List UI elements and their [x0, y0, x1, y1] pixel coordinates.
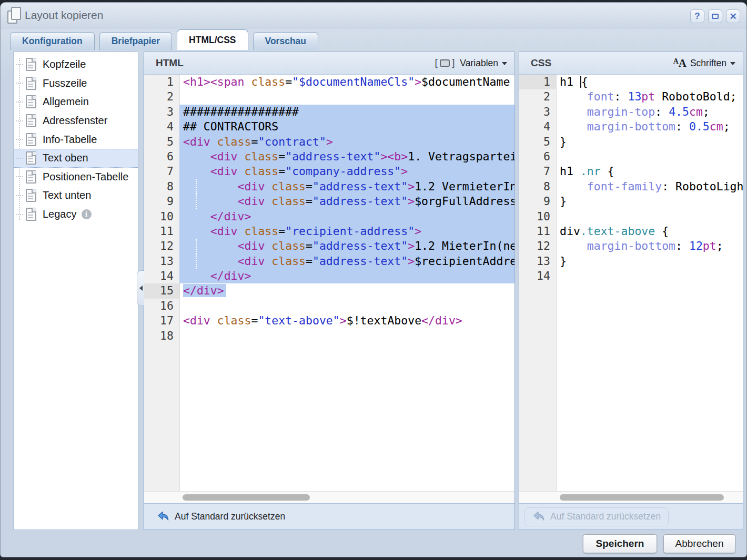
html-code-line-18[interactable]: 18	[144, 329, 514, 343]
html-code-editor[interactable]: 1<h1><span class="$documentNameCls">$doc…	[144, 75, 514, 491]
html-code-line-10[interactable]: 10 </div>	[144, 209, 514, 224]
html-code-line-9[interactable]: 9 <div class="address-text">$orgFullAddr…	[144, 194, 514, 209]
help-icon: ?	[694, 11, 700, 22]
sidebar-item-legacy[interactable]: Legacyi	[14, 205, 138, 224]
maximize-button[interactable]	[708, 9, 722, 23]
help-button[interactable]: ?	[690, 9, 704, 23]
html-panel-header: HTML [] Variablen	[144, 52, 514, 75]
code-text: <div class="address-text">1.2 VermieterI…	[179, 179, 514, 194]
html-reset-to-default-button[interactable]: Auf Standard zurücksetzen	[149, 508, 292, 526]
line-number: 7	[144, 164, 179, 179]
line-number: 8	[144, 179, 179, 194]
html-code-line-5[interactable]: 5<div class="contract">	[144, 135, 514, 149]
css-code-line-10[interactable]: 10	[519, 209, 743, 224]
line-number: 10	[144, 209, 179, 224]
css-code-line-3[interactable]: 3 margin-top: 4.5cm;	[519, 105, 743, 119]
sidebar-item-label: Kopfzeile	[43, 58, 86, 70]
html-horizontal-scrollbar[interactable]	[144, 491, 514, 503]
css-horizontal-scrollbar[interactable]	[519, 491, 743, 503]
maximize-icon	[712, 14, 719, 19]
tree-connector	[16, 158, 23, 159]
sidebar-item-fusszeile[interactable]: Fusszeile	[14, 74, 138, 93]
html-code-line-13[interactable]: 13 <div class="address-text">$recipientA…	[144, 254, 514, 269]
tab-vorschau[interactable]: Vorschau	[253, 32, 318, 50]
sidebar-item-label: Info-Tabelle	[43, 134, 97, 146]
code-text: </div>	[179, 209, 514, 224]
sidebar-item-adressfenster[interactable]: Adressfenster	[14, 111, 138, 130]
line-number: 14	[144, 269, 179, 283]
css-code-line-12[interactable]: 12 margin-bottom: 12pt;	[519, 239, 743, 253]
line-number: 4	[519, 119, 556, 134]
fonts-dropdown[interactable]: AA Schriften	[673, 58, 735, 69]
layout-kopieren-dialog: Layout kopieren ? ✕ KonfigurationBriefpa…	[0, 2, 747, 557]
line-number: 15	[144, 283, 179, 298]
tree-connector	[16, 83, 23, 84]
undo-arrow-icon	[532, 511, 546, 523]
css-code-line-9[interactable]: 9}	[519, 194, 743, 209]
html-scrollbar-thumb[interactable]	[183, 494, 310, 501]
line-number: 3	[144, 105, 179, 119]
css-scrollbar-thumb[interactable]	[560, 494, 724, 501]
css-code-line-6[interactable]: 6	[519, 149, 743, 164]
html-panel-title: HTML	[156, 57, 184, 69]
css-code-editor[interactable]: 1h1 {2 font: 13pt RobotoBold;3 margin-to…	[519, 75, 743, 491]
code-text: <div class="text-above">$!textAbove</div…	[179, 313, 514, 328]
save-button[interactable]: Speichern	[583, 534, 657, 553]
html-code-line-2[interactable]: 2	[144, 89, 514, 104]
css-code-line-5[interactable]: 5}	[519, 135, 743, 149]
close-icon: ✕	[729, 11, 736, 22]
sidebar-item-kopfzeile[interactable]: Kopfzeile	[14, 55, 138, 74]
code-text: h1 {	[556, 75, 743, 89]
html-code-line-3[interactable]: 3#################	[144, 105, 514, 119]
tab-briefpapier[interactable]: Briefpapier	[99, 32, 172, 50]
info-icon[interactable]: i	[82, 209, 92, 219]
line-number: 5	[144, 135, 179, 149]
html-code-line-8[interactable]: 8 <div class="address-text">1.2 Vermiete…	[144, 179, 514, 194]
line-number: 14	[519, 269, 556, 283]
line-number: 2	[144, 89, 179, 104]
sidebar-item-text-unten[interactable]: Text unten	[14, 186, 138, 205]
code-text: font-family: RobotoLight;	[556, 179, 743, 194]
html-code-line-17[interactable]: 17<div class="text-above">$!textAbove</d…	[144, 313, 514, 328]
html-code-line-4[interactable]: 4## CONTRACTORS	[144, 119, 514, 134]
dialog-title: Layout kopieren	[25, 9, 103, 22]
css-reset-to-default-button[interactable]: Auf Standard zurücksetzen	[524, 507, 669, 526]
code-text: <div class="address-text">1.2 MieterIn(n…	[179, 239, 514, 253]
css-code-line-4[interactable]: 4 margin-bottom: 0.5cm;	[519, 119, 743, 134]
css-editor-panel: CSS AA Schriften 1h1 {2 font: 13pt Robot…	[519, 52, 743, 530]
variables-dropdown[interactable]: [] Variablen	[433, 57, 507, 69]
css-code-line-11[interactable]: 11div.text-above {	[519, 224, 743, 239]
code-text: margin-top: 4.5cm;	[556, 105, 743, 119]
css-code-line-14[interactable]: 14	[519, 269, 743, 283]
sidebar-item-label: Fusszeile	[43, 77, 87, 89]
undo-arrow-icon	[157, 511, 170, 523]
css-code-line-13[interactable]: 13}	[519, 254, 743, 269]
collapse-panel-handle[interactable]	[137, 270, 144, 306]
sidebar-item-positionen-tabelle[interactable]: Positionen-Tabelle	[14, 168, 138, 187]
css-code-line-1[interactable]: 1h1 {	[519, 75, 743, 89]
html-code-line-1[interactable]: 1<h1><span class="$documentNameCls">$doc…	[144, 75, 514, 89]
tab-html-css[interactable]: HTML/CSS	[177, 29, 248, 50]
html-code-line-7[interactable]: 7 <div class="company-address">	[144, 164, 514, 179]
css-code-line-7[interactable]: 7h1 .nr {	[519, 164, 743, 179]
html-code-line-16[interactable]: 16	[144, 299, 514, 313]
css-code-line-2[interactable]: 2 font: 13pt RobotoBold;	[519, 89, 743, 104]
css-code-line-8[interactable]: 8 font-family: RobotoLight;	[519, 179, 743, 194]
sidebar-item-info-tabelle[interactable]: Info-Tabelle	[14, 130, 138, 149]
close-button[interactable]: ✕	[726, 9, 740, 23]
tab-konfiguration[interactable]: Konfiguration	[10, 32, 95, 50]
html-code-line-14[interactable]: 14 </div>	[144, 269, 514, 283]
html-code-line-15[interactable]: 15</div>	[144, 283, 514, 298]
cancel-button[interactable]: Abbrechen	[663, 534, 735, 553]
variable-chip-icon: []	[433, 57, 456, 69]
code-text: <div class="address-text">$orgFullAddres…	[179, 194, 514, 209]
line-number: 17	[144, 313, 179, 328]
html-code-line-12[interactable]: 12 <div class="address-text">1.2 MieterI…	[144, 239, 514, 253]
sidebar-item-allgemein[interactable]: Allgemein	[14, 93, 138, 111]
html-code-line-11[interactable]: 11 <div class="recipient-address">	[144, 224, 514, 239]
copy-document-icon	[7, 7, 22, 24]
html-code-line-6[interactable]: 6 <div class="address-text"><b>1. Vetrag…	[144, 149, 514, 164]
document-icon	[26, 95, 36, 108]
document-icon	[26, 189, 36, 202]
sidebar-item-text-oben[interactable]: Text oben	[14, 149, 138, 168]
